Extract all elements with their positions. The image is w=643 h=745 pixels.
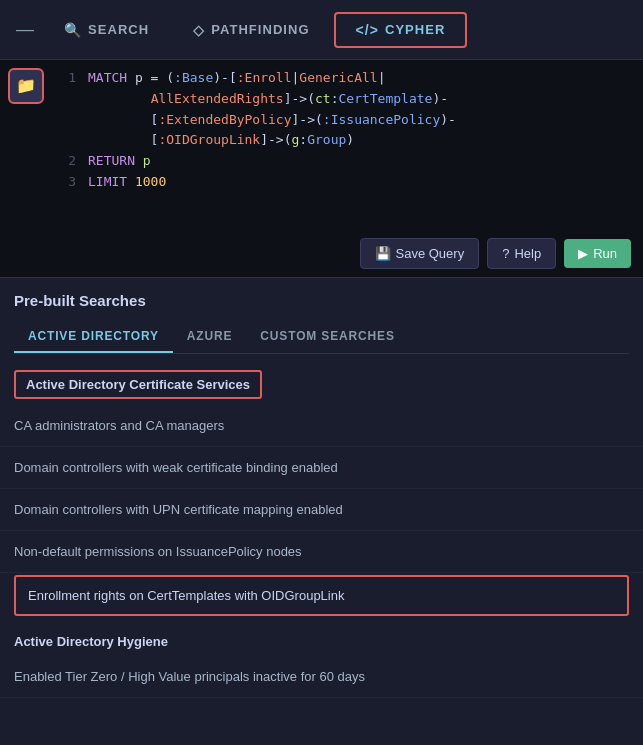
search-icon: 🔍 [64, 22, 82, 38]
line-number-1: 1 [60, 68, 76, 151]
code-editor: 📁 1 MATCH p = (:Base)-[:Enroll|GenericAl… [0, 60, 643, 230]
cypher-icon: </> [356, 22, 379, 38]
nav-bar: — 🔍 SEARCH ◇ PATHFINDING </> CYPHER [0, 0, 643, 60]
save-icon: 💾 [375, 246, 391, 261]
search-button[interactable]: 🔍 SEARCH [44, 14, 169, 46]
prebuilt-searches-title: Pre-built Searches [14, 292, 629, 309]
hygiene-header: Active Directory Hygiene [0, 618, 643, 656]
hygiene-item-label: Enabled Tier Zero / High Value principal… [14, 669, 365, 684]
code-content-1: MATCH p = (:Base)-[:Enroll|GenericAll| A… [88, 68, 456, 151]
code-content-2: RETURN p [88, 151, 151, 172]
item-label: Non-default permissions on IssuancePolic… [14, 544, 302, 559]
code-lines: 1 MATCH p = (:Base)-[:Enroll|GenericAll|… [60, 68, 631, 193]
list-item[interactable]: Non-default permissions on IssuancePolic… [0, 531, 643, 573]
line-number-2: 2 [60, 151, 76, 172]
help-icon: ? [502, 246, 509, 261]
tab-azure[interactable]: AZURE [173, 321, 247, 353]
tab-custom-label: CUSTOM SEARCHES [260, 329, 394, 343]
tab-active-directory[interactable]: ACTIVE DIRECTORY [14, 321, 173, 353]
run-button[interactable]: ▶ Run [564, 239, 631, 268]
help-button[interactable]: ? Help [487, 238, 556, 269]
line-number-3: 3 [60, 172, 76, 193]
list-item-highlighted[interactable]: Enrollment rights on CertTemplates with … [14, 575, 629, 616]
code-content-3: LIMIT 1000 [88, 172, 166, 193]
prebuilt-searches-section: Pre-built Searches ACTIVE DIRECTORY AZUR… [0, 278, 643, 360]
tabs-row: ACTIVE DIRECTORY AZURE CUSTOM SEARCHES [14, 321, 629, 354]
code-line-3: 3 LIMIT 1000 [60, 172, 631, 193]
list-item[interactable]: Enabled Tier Zero / High Value principal… [0, 656, 643, 698]
hygiene-label: Active Directory Hygiene [14, 634, 168, 649]
pathfinding-button[interactable]: ◇ PATHFINDING [173, 14, 329, 46]
save-query-button[interactable]: 💾 Save Query [360, 238, 480, 269]
dash-icon[interactable]: — [10, 19, 40, 40]
list-item[interactable]: Domain controllers with UPN certificate … [0, 489, 643, 531]
category-label[interactable]: Active Directory Certificate Services [14, 370, 262, 399]
list-section: Active Directory Certificate Services CA… [0, 360, 643, 698]
code-line-2: 2 RETURN p [60, 151, 631, 172]
tab-custom-searches[interactable]: CUSTOM SEARCHES [246, 321, 408, 353]
folder-icon: 📁 [16, 73, 36, 99]
item-label: Domain controllers with UPN certificate … [14, 502, 343, 517]
save-query-label: Save Query [396, 246, 465, 261]
item-label-highlighted: Enrollment rights on CertTemplates with … [28, 588, 344, 603]
pathfinding-label: PATHFINDING [211, 22, 309, 37]
pathfinding-icon: ◇ [193, 22, 205, 38]
category-header: Active Directory Certificate Services [0, 360, 643, 405]
tab-ad-label: ACTIVE DIRECTORY [28, 329, 159, 343]
code-line-1: 1 MATCH p = (:Base)-[:Enroll|GenericAll|… [60, 68, 631, 151]
item-label: Domain controllers with weak certificate… [14, 460, 338, 475]
action-bar: 💾 Save Query ? Help ▶ Run [0, 230, 643, 278]
folder-button[interactable]: 📁 [8, 68, 44, 104]
run-label: Run [593, 246, 617, 261]
list-item[interactable]: Domain controllers with weak certificate… [0, 447, 643, 489]
tab-azure-label: AZURE [187, 329, 233, 343]
run-icon: ▶ [578, 246, 588, 261]
list-item[interactable]: CA administrators and CA managers [0, 405, 643, 447]
item-label: CA administrators and CA managers [14, 418, 224, 433]
cypher-button[interactable]: </> CYPHER [334, 12, 468, 48]
help-label: Help [514, 246, 541, 261]
cypher-label: CYPHER [385, 22, 445, 37]
search-label: SEARCH [88, 22, 149, 37]
